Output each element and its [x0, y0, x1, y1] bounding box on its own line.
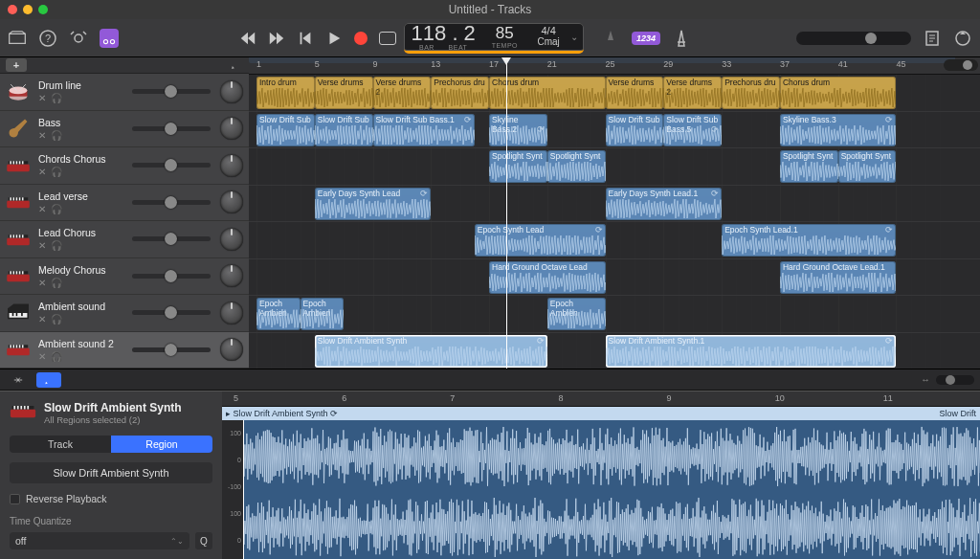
solo-button[interactable]: 🎧	[51, 130, 62, 141]
track-name-label[interactable]: Ambient sound 2	[38, 338, 122, 349]
audio-region[interactable]: Epoch Synth Lead⟳	[475, 224, 606, 257]
editor-zoom-slider[interactable]	[936, 375, 974, 385]
track-instrument-icon[interactable]	[4, 299, 33, 327]
count-in-button[interactable]: 1234	[632, 32, 660, 45]
lcd-tempo[interactable]: 85	[482, 25, 526, 42]
library-icon[interactable]	[8, 29, 27, 48]
audio-region[interactable]: Hard Ground Octave Lead.1	[780, 261, 897, 294]
editor-bar-ruler[interactable]: 567891011	[222, 391, 980, 407]
track-instrument-icon[interactable]	[4, 335, 33, 364]
audio-region[interactable]: Spotlight Synt	[547, 150, 606, 183]
arrangement-marker[interactable]	[249, 57, 955, 63]
track-name-label[interactable]: Melody Chorus	[38, 264, 122, 276]
track-volume-slider[interactable]	[132, 274, 211, 279]
loop-browser-icon[interactable]	[953, 29, 972, 48]
master-volume-slider[interactable]	[796, 32, 911, 45]
rewind-button[interactable]	[239, 30, 256, 47]
solo-button[interactable]: 🎧	[51, 240, 62, 251]
automation-toggle-icon[interactable]	[230, 57, 243, 73]
track-header[interactable]: Lead verse✕🎧	[0, 185, 249, 222]
track-lanes[interactable]: Intro drumVerse drumsVerse drums 2Precho…	[249, 75, 980, 369]
track-instrument-icon[interactable]	[4, 151, 33, 180]
track-name-label[interactable]: Bass	[38, 117, 122, 128]
bar-ruler[interactable]: 159131721252933374145	[249, 57, 980, 75]
inspector-tab-region[interactable]: Region	[111, 436, 212, 453]
playhead[interactable]	[506, 57, 507, 369]
track-name-label[interactable]: Ambient sound	[38, 301, 122, 312]
minimize-window-button[interactable]	[23, 5, 33, 14]
audio-region[interactable]: Verse drums 2	[663, 77, 722, 109]
track-pan-knob[interactable]	[220, 190, 243, 213]
solo-button[interactable]: 🎧	[51, 351, 62, 362]
solo-button[interactable]: 🎧	[51, 93, 62, 103]
audio-region[interactable]: Epoch Ambien	[256, 298, 301, 330]
audio-region[interactable]: Verse drums	[315, 77, 373, 109]
solo-button[interactable]: 🎧	[51, 314, 62, 324]
solo-button[interactable]: 🎧	[51, 278, 62, 288]
track-header[interactable]: Drum line✕🎧	[0, 74, 249, 111]
audio-region[interactable]: Early Days Synth Lead.1⟳	[606, 188, 723, 220]
lcd-display[interactable]: 118 . 2 BAR BEAT 85 TEMPO 4/4 Cmaj ⌄	[404, 23, 584, 54]
close-window-button[interactable]	[8, 5, 17, 14]
track-pan-knob[interactable]	[220, 117, 243, 140]
track-header[interactable]: Bass✕🎧	[0, 111, 249, 148]
editor-region-header[interactable]: ▸ Slow Drift Ambient Synth ⟳ Slow Drift	[222, 407, 980, 420]
track-pan-knob[interactable]	[220, 80, 243, 103]
mute-button[interactable]: ✕	[38, 351, 46, 362]
mute-button[interactable]: ✕	[38, 130, 46, 141]
audio-region[interactable]: Slow Drift Ambient Synth⟳	[315, 335, 547, 368]
quantize-button[interactable]: Q	[195, 532, 212, 549]
mute-button[interactable]: ✕	[38, 93, 46, 103]
audio-region[interactable]: Slow Drift Sub	[606, 114, 664, 146]
track-volume-slider[interactable]	[132, 126, 211, 131]
metronome-icon[interactable]	[672, 29, 691, 48]
track-instrument-icon[interactable]	[4, 114, 33, 143]
inspector-tab-track[interactable]: Track	[10, 436, 111, 453]
audio-region[interactable]: Slow Drift Sub	[256, 114, 315, 146]
zoom-window-button[interactable]	[38, 5, 48, 14]
solo-button[interactable]: 🎧	[51, 204, 62, 214]
audio-region[interactable]: Prechorus dru	[431, 77, 489, 109]
audio-region[interactable]: Epoch Synth Lead.1⟳	[722, 224, 896, 257]
fast-forward-button[interactable]	[268, 30, 285, 47]
track-volume-slider[interactable]	[132, 89, 211, 94]
track-header[interactable]: Ambient sound 2✕🎧	[0, 332, 249, 369]
track-pan-knob[interactable]	[220, 338, 243, 361]
notepad-icon[interactable]	[923, 29, 942, 48]
track-pan-knob[interactable]	[220, 264, 243, 287]
editor-playhead[interactable]	[243, 420, 244, 559]
track-name-label[interactable]: Lead Chorus	[38, 227, 122, 238]
track-header[interactable]: Melody Chorus✕🎧	[0, 258, 249, 296]
add-track-button[interactable]: +	[6, 58, 27, 72]
audio-region[interactable]: Spotlight Synt	[780, 150, 838, 183]
zoom-xy-icon[interactable]: ↔	[921, 374, 930, 385]
track-instrument-icon[interactable]	[4, 78, 33, 106]
solo-button[interactable]: 🎧	[51, 167, 62, 177]
mute-button[interactable]: ✕	[38, 278, 46, 288]
audio-region[interactable]: Slow Drift Ambient Synth.1⟳	[606, 335, 897, 368]
reverse-playback-checkbox[interactable]: Reverse Playback	[10, 493, 212, 504]
track-instrument-icon[interactable]	[4, 261, 33, 290]
track-name-label[interactable]: Chords Chorus	[38, 153, 122, 165]
track-volume-slider[interactable]	[132, 347, 211, 352]
inspector-mode-segment[interactable]: Track Region	[10, 436, 212, 453]
audio-region[interactable]: Intro drum	[256, 77, 315, 109]
audio-region[interactable]: Skyline Bass.3⟳	[780, 114, 897, 146]
help-icon[interactable]: ?	[38, 29, 57, 48]
settings-icon[interactable]	[69, 29, 88, 48]
audio-region[interactable]: Epoch Ambien	[301, 298, 345, 330]
horizontal-zoom-slider[interactable]	[944, 59, 978, 71]
audio-region[interactable]: Prechorus dru	[722, 77, 780, 109]
audio-region[interactable]: Chorus drum	[780, 77, 897, 109]
track-volume-slider[interactable]	[132, 236, 211, 241]
audio-region[interactable]: Early Days Synth Lead⟳	[315, 188, 432, 220]
time-quantize-select[interactable]: off⌃⌄	[10, 532, 189, 549]
audio-editor[interactable]: 567891011 ▸ Slow Drift Ambient Synth ⟳ S…	[222, 391, 980, 559]
cycle-button[interactable]	[379, 32, 396, 45]
record-button[interactable]	[354, 32, 368, 45]
track-instrument-icon[interactable]	[4, 188, 33, 216]
scissors-tool-icon[interactable]	[100, 29, 119, 48]
track-header[interactable]: Chords Chorus✕🎧	[0, 147, 249, 185]
audio-region[interactable]: Verse drums 2	[373, 77, 432, 109]
lcd-key[interactable]: Cmaj	[526, 37, 570, 48]
